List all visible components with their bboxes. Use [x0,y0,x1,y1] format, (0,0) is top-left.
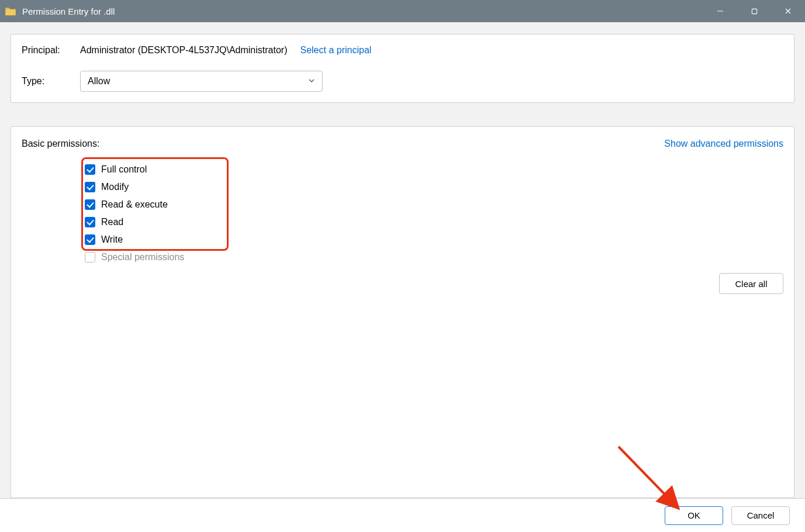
perm-special: Special permissions [85,248,231,266]
type-label: Type: [22,76,80,87]
close-button[interactable] [771,0,805,22]
perm-label: Modify [101,182,129,192]
type-select-value: Allow [88,76,110,87]
permissions-list: Full control Modify Read & execute Read … [85,161,231,266]
perm-label: Read & execute [101,199,168,210]
perm-label: Full control [101,164,147,175]
checkbox-icon[interactable] [85,199,95,210]
maximize-button[interactable] [737,0,771,22]
cancel-button[interactable]: Cancel [731,506,790,525]
checkbox-icon[interactable] [85,217,95,227]
minimize-button[interactable] [703,0,737,22]
principal-value: Administrator (DESKTOP-4L537JQ\Administr… [80,45,287,56]
dialog-footer: OK Cancel [0,498,805,532]
principal-label: Principal: [22,45,80,56]
show-advanced-link[interactable]: Show advanced permissions [664,139,783,149]
perm-label: Read [101,217,123,227]
perm-full-control[interactable]: Full control [85,161,231,178]
checkbox-icon [85,252,95,262]
checkbox-icon[interactable] [85,182,95,192]
perm-label: Write [101,234,123,245]
permissions-panel: Basic permissions: Show advanced permiss… [11,126,794,498]
perm-read-execute[interactable]: Read & execute [85,196,231,213]
ok-button[interactable]: OK [665,506,723,525]
checkbox-icon[interactable] [85,164,95,175]
basic-permissions-label: Basic permissions: [22,139,99,149]
dialog-body: Principal: Administrator (DESKTOP-4L537J… [0,22,805,498]
svg-rect-1 [752,9,756,13]
titlebar: Permission Entry for .dll [0,0,805,22]
folder-icon [5,6,16,16]
window-title: Permission Entry for .dll [22,6,115,16]
select-principal-link[interactable]: Select a principal [300,45,371,56]
perm-write[interactable]: Write [85,231,231,248]
checkbox-icon[interactable] [85,234,95,245]
type-select[interactable]: Allow [80,71,323,92]
principal-panel: Principal: Administrator (DESKTOP-4L537J… [11,34,794,103]
perm-label: Special permissions [101,252,184,262]
perm-read[interactable]: Read [85,213,231,231]
clear-all-button[interactable]: Clear all [719,273,783,294]
perm-modify[interactable]: Modify [85,178,231,196]
chevron-down-icon [308,76,315,87]
